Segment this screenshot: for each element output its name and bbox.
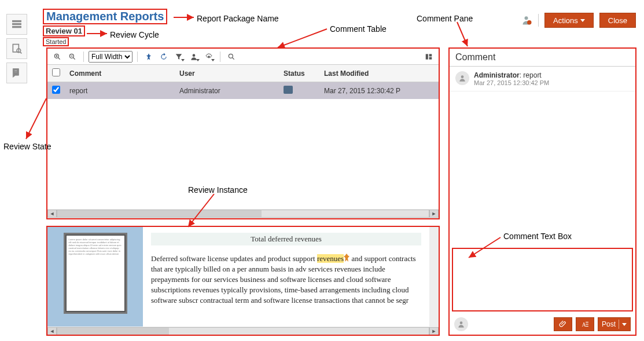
anno-review-instance: Review Instance — [188, 185, 248, 195]
left-rail — [6, 14, 27, 83]
cell-lastmod: Mar 27, 2015 12:30:42 P — [319, 82, 439, 100]
anno-comment-table: Comment Table — [330, 24, 387, 34]
cell-comment: report — [65, 82, 175, 100]
svg-rect-2 — [13, 26, 21, 28]
rail-comment-doc-button[interactable] — [6, 63, 27, 83]
report-package-name: Management Reports — [43, 9, 167, 24]
rail-grid-button[interactable] — [6, 14, 27, 35]
select-all-checkbox[interactable] — [52, 68, 60, 76]
svg-line-15 — [73, 57, 75, 59]
svg-rect-1 — [13, 23, 21, 25]
header-actions: Actions Close — [522, 13, 636, 28]
user-status-icon — [522, 15, 532, 25]
anno-package-name: Report Package Name — [197, 14, 279, 23]
format-button[interactable]: A — [576, 317, 594, 331]
doc-section-title: Total deferred revenues — [151, 233, 421, 245]
zoom-in-icon[interactable] — [51, 50, 64, 63]
svg-rect-0 — [13, 20, 21, 22]
highlighted-word: revenues — [317, 254, 344, 263]
table-hscroll[interactable]: ◄► — [47, 209, 439, 218]
svg-rect-6 — [14, 70, 17, 71]
review-cycle: Review 01 — [43, 25, 85, 36]
comment-text-box — [452, 248, 633, 311]
refresh-icon[interactable] — [157, 50, 170, 63]
post-button[interactable]: Post — [598, 317, 631, 331]
anno-review-cycle: Review Cycle — [110, 30, 159, 39]
zoom-select[interactable]: Full Width — [89, 51, 133, 63]
doc-vscroll[interactable] — [429, 227, 439, 327]
search-icon[interactable] — [225, 50, 238, 63]
avatar-icon — [454, 317, 468, 331]
comment-user: Administrator — [474, 71, 520, 79]
user-filter-icon[interactable] — [187, 50, 200, 63]
svg-rect-21 — [426, 54, 428, 59]
svg-rect-23 — [429, 57, 432, 59]
svg-line-20 — [233, 57, 234, 59]
svg-point-8 — [525, 16, 528, 20]
col-status: Status — [279, 65, 319, 82]
comment-input[interactable] — [453, 249, 632, 310]
anno-review-state: Review State — [3, 142, 51, 151]
col-user: User — [175, 65, 279, 82]
svg-point-9 — [527, 20, 532, 25]
svg-point-24 — [461, 75, 464, 78]
pin-icon[interactable] — [142, 50, 155, 63]
comment-table-toolbar: Full Width — [47, 49, 439, 65]
svg-text:A: A — [582, 322, 586, 328]
comment-pane-title: Comment — [450, 49, 635, 67]
comment-text: report — [523, 71, 541, 79]
caret-down-icon — [622, 323, 627, 326]
svg-line-11 — [58, 57, 60, 59]
anno-comment-pane: Comment Pane — [417, 14, 473, 23]
layout-icon[interactable] — [422, 50, 435, 63]
comment-timestamp: Mar 27, 2015 12:30:42 PM — [474, 79, 549, 86]
svg-rect-7 — [14, 72, 17, 72]
filter-icon[interactable] — [172, 50, 185, 63]
row-checkbox[interactable] — [52, 86, 60, 94]
svg-point-25 — [460, 321, 463, 324]
close-label: Close — [608, 16, 627, 25]
post-label: Post — [602, 320, 616, 328]
svg-point-17 — [193, 54, 196, 57]
anno-comment-text-box: Comment Text Box — [503, 232, 572, 241]
settings-icon[interactable] — [203, 50, 215, 63]
svg-line-32 — [26, 98, 46, 139]
comment-pane: Comment Administrator: report Mar 27, 20… — [448, 47, 636, 336]
review-state: Started — [43, 37, 69, 46]
caret-down-icon — [580, 19, 585, 22]
col-lastmod: Last Modified — [319, 65, 439, 82]
review-instance-panel: Lorem ipsum dolor sit amet consectetur a… — [46, 226, 440, 336]
svg-rect-22 — [429, 54, 432, 56]
svg-line-5 — [20, 52, 22, 54]
status-icon — [284, 86, 293, 94]
page-thumbnail-strip: Lorem ipsum dolor sit amet consectetur a… — [47, 227, 143, 327]
document-view[interactable]: Total deferred revenues Deferred softwar… — [143, 227, 429, 327]
col-comment: Comment — [65, 65, 175, 82]
actions-label: Actions — [553, 16, 578, 25]
page-thumbnail[interactable]: Lorem ipsum dolor sit amet consectetur a… — [64, 233, 127, 314]
doc-body-text: Deferred software license updates and pr… — [151, 254, 421, 306]
attach-button[interactable] — [554, 317, 572, 331]
svg-point-19 — [229, 54, 233, 58]
table-row[interactable]: report Administrator Mar 27, 2015 12:30:… — [47, 82, 439, 100]
comment-table: Comment User Status Last Modified report… — [47, 65, 439, 99]
rail-search-doc-button[interactable] — [6, 38, 27, 59]
comment-actions: A Post — [450, 314, 635, 335]
zoom-out-icon[interactable] — [66, 50, 79, 63]
cell-user: Administrator — [175, 82, 279, 100]
avatar-icon — [455, 71, 469, 85]
doc-hscroll[interactable]: ◄► — [47, 327, 439, 336]
comment-entry: Administrator: report Mar 27, 2015 12:30… — [450, 67, 635, 91]
comment-pin-icon[interactable] — [344, 254, 349, 262]
actions-button[interactable]: Actions — [544, 13, 594, 28]
close-button[interactable]: Close — [599, 13, 636, 28]
separator — [538, 14, 539, 27]
svg-rect-3 — [13, 45, 19, 52]
